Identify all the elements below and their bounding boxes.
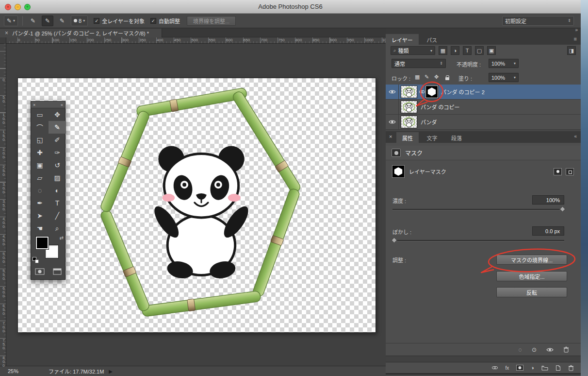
layer-visibility-toggle[interactable] <box>386 115 399 129</box>
document-canvas[interactable] <box>17 78 376 333</box>
status-arrow-icon[interactable]: ▶ <box>109 369 113 374</box>
eyedropper-tool-button[interactable]: ✐ <box>49 134 66 146</box>
close-tab-icon[interactable]: × <box>5 30 8 36</box>
add-layer-mask-icon[interactable] <box>516 365 523 371</box>
add-to-selection-mode-button[interactable]: ✎ <box>42 16 53 26</box>
layer-row-panda-copy-2[interactable]: パンダ のコピー 2 <box>386 85 581 100</box>
gradient-tool-button[interactable]: ▨ <box>49 171 66 184</box>
layer-thumbnail[interactable] <box>401 85 417 98</box>
lasso-tool-button[interactable]: ⌒ <box>31 121 49 134</box>
density-slider-handle[interactable] <box>559 206 566 212</box>
new-selection-mode-button[interactable]: ✎ <box>27 16 39 26</box>
mask-edge-button[interactable]: マスクの境界線... <box>496 255 567 265</box>
brush-tool-button[interactable]: ✑ <box>49 146 66 159</box>
layer-name[interactable]: パンダ のコピー 2 <box>441 88 485 96</box>
line-tool-button[interactable]: ╱ <box>49 209 66 222</box>
ruler-origin-corner[interactable] <box>0 37 6 44</box>
history-brush-tool-button[interactable]: ↺ <box>49 159 66 171</box>
invert-button[interactable]: 反転 <box>496 287 567 297</box>
layer-row-panda[interactable]: パンダ <box>386 115 581 130</box>
layer-visibility-toggle[interactable] <box>386 100 399 114</box>
quick-selection-tool-button[interactable]: ✎ <box>49 121 66 134</box>
rectangular-marquee-tool-button[interactable]: ▭ <box>31 108 49 121</box>
mask-thumbnail[interactable] <box>426 86 438 98</box>
zoom-window-button[interactable] <box>24 4 31 10</box>
filter-pixel-layers-icon[interactable]: ▦ <box>439 46 447 55</box>
quick-mask-button[interactable] <box>31 266 49 277</box>
mask-link-icon[interactable] <box>419 90 425 94</box>
hand-tool-button[interactable]: ☚ <box>31 222 49 235</box>
close-palette-icon[interactable]: × <box>33 103 35 107</box>
tab-paths[interactable]: パス <box>421 34 443 45</box>
layer-visibility-toggle[interactable] <box>386 85 399 99</box>
density-slider[interactable] <box>392 209 564 210</box>
vertical-ruler[interactable]: 0501001502002503003504004505005506006507… <box>0 44 6 366</box>
tool-preset-dropdown[interactable]: ✎ ▾ <box>4 16 18 26</box>
filter-shape-layers-icon[interactable]: ▢ <box>475 46 484 55</box>
delete-layer-icon[interactable] <box>568 365 574 371</box>
feather-value-box[interactable]: 0.0 px <box>532 226 564 236</box>
collapse-dock-icon[interactable]: » <box>575 27 578 33</box>
lock-position-icon[interactable]: ✥ <box>434 74 439 80</box>
refine-edge-button[interactable]: 境界線を調整... <box>187 16 236 26</box>
pen-tool-button[interactable]: ✒ <box>31 197 49 209</box>
document-tab[interactable]: × パンダ-1 @ 25% (パンダ のコピー 2, レイヤーマスク/8) * <box>0 29 162 38</box>
close-window-button[interactable] <box>5 4 11 10</box>
close-panel-icon[interactable]: × <box>389 134 392 139</box>
layer-filter-dropdown[interactable]: ⌕ 種類 ▾ <box>391 46 435 55</box>
screen-mode-button[interactable] <box>49 266 66 277</box>
brush-picker-dropdown[interactable]: 8 ▾ <box>71 16 88 26</box>
lock-transparency-icon[interactable]: ▦ <box>415 74 420 80</box>
filter-toggle-icon[interactable]: ◨ <box>567 46 576 55</box>
vector-mask-badge-icon[interactable] <box>566 168 574 175</box>
workspace-dropdown[interactable]: 初期設定 ⇕ <box>502 16 574 26</box>
layer-thumbnail[interactable] <box>401 101 417 113</box>
blend-mode-dropdown[interactable]: 通常 ⇕ <box>392 59 446 68</box>
sample-all-layers-checkbox[interactable]: ✓ 全レイヤーを対象 <box>94 17 145 25</box>
fill-dropdown[interactable]: 100% ▾ <box>489 73 519 82</box>
layer-thumbnail[interactable] <box>401 116 417 128</box>
apply-mask-icon[interactable]: ⊙ <box>532 346 537 353</box>
feather-slider[interactable] <box>392 240 564 241</box>
density-value-box[interactable]: 100% <box>532 195 564 205</box>
filter-type-layers-icon[interactable]: T <box>463 46 472 55</box>
layer-name[interactable]: パンダ のコピー <box>421 103 460 111</box>
layer-name[interactable]: パンダ <box>421 118 437 126</box>
pixel-mask-badge-icon[interactable] <box>554 168 562 175</box>
minimize-window-button[interactable] <box>15 4 21 10</box>
tab-paragraph[interactable]: 段落 <box>445 132 468 143</box>
delete-mask-trash-icon[interactable] <box>563 346 569 353</box>
color-range-button[interactable]: 色域指定... <box>496 271 567 281</box>
layer-row-panda-copy[interactable]: パンダ のコピー <box>386 100 581 115</box>
auto-enhance-checkbox[interactable]: ✓ 自動調整 <box>150 17 180 25</box>
load-selection-from-mask-icon[interactable]: ◌ <box>519 346 522 353</box>
eraser-tool-button[interactable]: ▱ <box>31 171 49 184</box>
swap-colors-icon[interactable]: ⇄ <box>60 235 64 240</box>
layer-mask-thumbnail[interactable] <box>392 166 404 177</box>
default-colors-icon[interactable] <box>33 257 40 264</box>
new-group-folder-icon[interactable] <box>541 365 548 371</box>
zoom-level[interactable]: 25% <box>8 368 18 374</box>
crop-tool-button[interactable]: ◱ <box>31 134 49 146</box>
spot-healing-brush-tool-button[interactable]: ✚ <box>31 146 49 159</box>
subtract-from-selection-mode-button[interactable]: ✎ <box>56 16 68 26</box>
collapse-palette-icon[interactable]: « <box>61 103 63 107</box>
tab-layers[interactable]: レイヤー <box>386 34 419 45</box>
lock-pixels-icon[interactable]: ✎ <box>425 74 429 80</box>
dodge-tool-button[interactable]: ◐ <box>49 184 66 197</box>
horizontal-ruler[interactable]: 0501001502002503003504004505005506006507… <box>6 37 386 44</box>
lock-all-icon[interactable] <box>444 74 450 81</box>
blur-tool-button[interactable]: ◌ <box>31 184 49 197</box>
zoom-tool-button[interactable]: ⌕ <box>49 222 66 235</box>
layer-styles-icon[interactable]: fx <box>506 365 509 371</box>
path-selection-tool-button[interactable]: ➤ <box>31 209 49 222</box>
opacity-dropdown[interactable]: 100% ▾ <box>489 59 519 68</box>
filter-smart-objects-icon[interactable]: ▣ <box>487 46 496 55</box>
enable-mask-eye-icon[interactable] <box>546 347 554 352</box>
type-tool-button[interactable]: T <box>49 197 66 209</box>
move-tool-button[interactable]: ✥ <box>49 108 66 121</box>
collapse-panel-icon[interactable]: « <box>574 134 577 139</box>
new-layer-icon[interactable] <box>555 365 561 371</box>
foreground-color-swatch[interactable] <box>36 237 49 249</box>
clone-stamp-tool-button[interactable]: ▣ <box>31 159 49 171</box>
